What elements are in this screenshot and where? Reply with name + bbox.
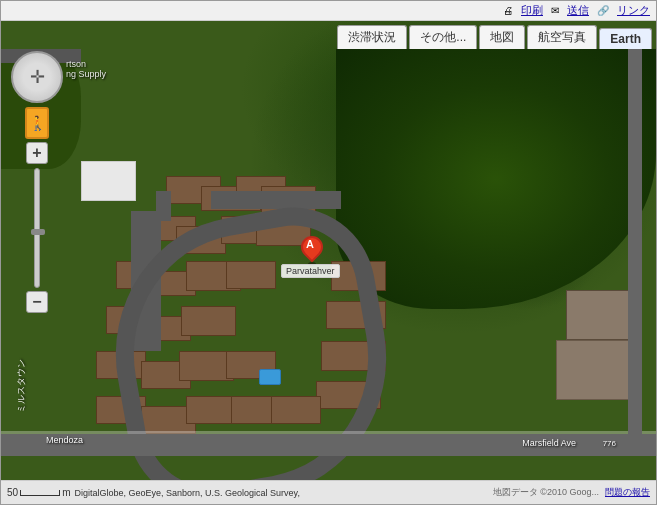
tab-other[interactable]: その他... (409, 25, 477, 49)
tab-earth[interactable]: Earth (599, 28, 652, 49)
pin-marker: A (301, 236, 325, 266)
zoom-handle[interactable] (31, 229, 45, 235)
send-link[interactable]: 送信 (567, 3, 589, 18)
bottom-left-section: 50 m DigitalGlobe, GeoEye, Sanborn, U.S.… (7, 487, 300, 498)
compass-icon: ✛ (30, 66, 45, 88)
road-line (1, 431, 656, 434)
link-link[interactable]: リンク (617, 3, 650, 18)
zoom-in-button[interactable]: + (26, 142, 48, 164)
parking-2 (156, 191, 171, 221)
person-icon: 🚶 (29, 115, 46, 131)
scale-value: 50 (7, 487, 18, 498)
building-bottom-right (556, 340, 636, 400)
zoom-slider[interactable] (34, 168, 40, 288)
print-link[interactable]: 印刷 (521, 3, 543, 18)
street-label-mendoza: Mendoza (46, 435, 83, 445)
tab-traffic[interactable]: 渋滞状況 (337, 25, 407, 49)
scale-unit: m (62, 487, 70, 498)
compass-button[interactable]: ✛ (11, 51, 63, 103)
copyright-text: DigitalGlobe, GeoEye, Sanborn, U.S. Geol… (74, 488, 299, 498)
bottom-bar: 50 m DigitalGlobe, GeoEye, Sanborn, U.S.… (1, 480, 656, 504)
pin-letter: A (306, 238, 314, 250)
top-bar: 🖨 印刷 ✉ 送信 🔗 リンク (1, 1, 656, 21)
parking-top (211, 191, 341, 209)
bottom-right-section: 地図データ ©2010 Goog... 問題の報告 (493, 486, 650, 499)
pin-label: Parvatahver (281, 264, 340, 278)
right-road (628, 49, 642, 456)
warehouse-building (81, 161, 136, 201)
street-label-1: ミルスタウン (15, 359, 28, 413)
street-label-marsfield: Marsfield Ave (522, 438, 576, 448)
report-problem-link[interactable]: 問題の報告 (605, 486, 650, 499)
street-num: 776 (603, 439, 616, 448)
map-area[interactable]: ミルスタウン Mendoza Marsfield Ave 776 A Parva… (1, 21, 656, 480)
map-pin-container: A Parvatahver (301, 236, 325, 266)
tab-map[interactable]: 地図 (479, 25, 525, 49)
scale-bar: 50 m (7, 487, 70, 498)
map-data-text: 地図データ ©2010 Goog... (493, 486, 599, 499)
navigation-controls: ✛ 🚶 + − (11, 51, 63, 313)
location-label-2: ng Supply (66, 69, 106, 79)
location-label-1: rtson (66, 59, 86, 69)
zoom-out-button[interactable]: − (26, 291, 48, 313)
scale-line (20, 490, 60, 496)
map-tabs: 渋滞状況 その他... 地図 航空写真 Earth (1, 21, 656, 49)
mail-icon: ✉ (551, 5, 559, 16)
printer-icon: 🖨 (503, 5, 513, 16)
building-br2 (566, 290, 636, 340)
pool (259, 369, 281, 385)
tab-aerial[interactable]: 航空写真 (527, 25, 597, 49)
street-view-person[interactable]: 🚶 (25, 107, 49, 139)
app-container: 🖨 印刷 ✉ 送信 🔗 リンク (0, 0, 657, 505)
link-icon: 🔗 (597, 5, 609, 16)
